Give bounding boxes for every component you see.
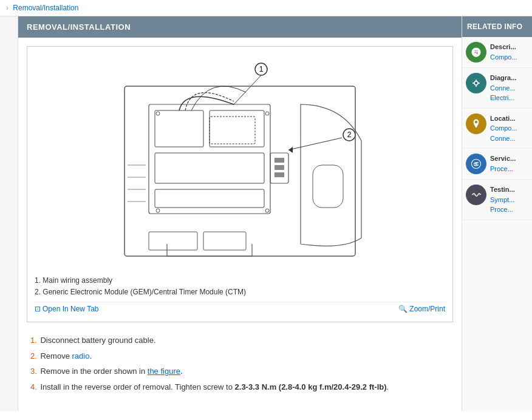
diagram-container: 1 2 [27,46,453,322]
svg-rect-13 [210,117,255,144]
svg-line-2 [234,75,261,104]
diagram-svg: 1 2 [88,56,392,268]
svg-rect-9 [155,110,203,147]
diagram-caption: 1. Main wiring assembly 2. Generic Elect… [33,271,446,299]
related-item-service[interactable]: Servic... Proce... [462,149,532,180]
right-sidebar: RELATED INFO Descri... Compo... [462,16,532,411]
diagram-elec-link[interactable]: Electri... [490,93,516,103]
open-in-new-tab-link[interactable]: ⊡ Open In New Tab [35,305,99,313]
diagram-actions: ⊡ Open In New Tab 🔍 Zoom/Print [33,302,446,316]
radio-link[interactable]: radio [72,351,89,361]
location-text: Locati... Compo... Conne... [490,113,517,144]
breadcrumb-chevron: › [6,4,9,12]
section-header: REMOVAL/INSTALLATION [18,16,462,38]
testing-proc-link[interactable]: Proce... [490,205,515,215]
svg-point-36 [476,163,477,165]
related-item-testing[interactable]: Testin... Sympt... Proce... [462,180,532,220]
breadcrumb-link[interactable]: Removal/Installation [13,4,78,12]
left-sidebar [0,16,18,411]
step-2: 2. Remove radio. [30,349,449,363]
related-item-description[interactable]: Descri... Compo... [462,37,532,68]
svg-rect-11 [155,153,264,183]
testing-icon [466,185,486,205]
testing-text: Testin... Sympt... Proce... [490,185,515,215]
step-3: 3. Remove in the order shown in the figu… [30,364,449,378]
zoom-icon: 🔍 [398,305,408,313]
diagram-conn-link[interactable]: Conne... [490,83,516,93]
description-comp-link[interactable]: Compo... [490,52,517,63]
svg-rect-19 [149,232,197,250]
svg-rect-29 [474,52,478,53]
related-item-location[interactable]: Locati... Compo... Conne... [462,109,532,149]
service-proc-link[interactable]: Proce... [490,164,516,174]
related-header: RELATED INFO [462,16,532,37]
location-conn-link[interactable]: Conne... [490,134,517,144]
svg-rect-10 [210,110,264,147]
svg-point-25 [156,112,160,115]
svg-rect-15 [275,158,284,163]
step-4: 4. Install in the reverse order of remov… [30,380,449,394]
diagram-image: 1 2 [33,53,446,271]
zoom-print-link[interactable]: 🔍 Zoom/Print [398,305,445,313]
breadcrumb: › Removal/Installation [0,0,532,16]
main-content: REMOVAL/INSTALLATION 1 2 [18,16,462,411]
svg-rect-16 [275,165,284,170]
description-icon [466,42,486,63]
description-text: Descri... Compo... [490,42,517,62]
related-item-diagram[interactable]: Diagra... Conne... Electri... [462,68,532,109]
location-icon [466,113,486,134]
testing-sympt-link[interactable]: Sympt... [490,195,515,205]
service-icon [466,154,486,174]
svg-point-26 [265,112,269,115]
svg-point-27 [156,209,160,212]
location-comp-link[interactable]: Compo... [490,123,517,134]
svg-line-5 [288,138,342,150]
new-tab-icon: ⊡ [35,305,41,313]
svg-text:1: 1 [259,65,264,73]
svg-marker-6 [288,147,293,153]
svg-text:2: 2 [347,130,352,139]
steps-list: 1. Disconnect battery ground cable. 2. R… [18,327,462,401]
svg-rect-17 [275,172,284,177]
svg-point-31 [474,81,478,85]
diagram-text: Diagra... Conne... Electri... [490,73,516,103]
service-text: Servic... Proce... [490,154,516,174]
svg-rect-12 [155,189,264,208]
svg-rect-7 [124,86,355,256]
svg-point-28 [265,209,269,212]
step-1: 1. Disconnect battery ground cable. [30,333,449,347]
svg-rect-18 [313,165,343,208]
svg-rect-30 [474,53,477,55]
diagram-icon [466,73,486,93]
svg-rect-20 [203,232,246,250]
